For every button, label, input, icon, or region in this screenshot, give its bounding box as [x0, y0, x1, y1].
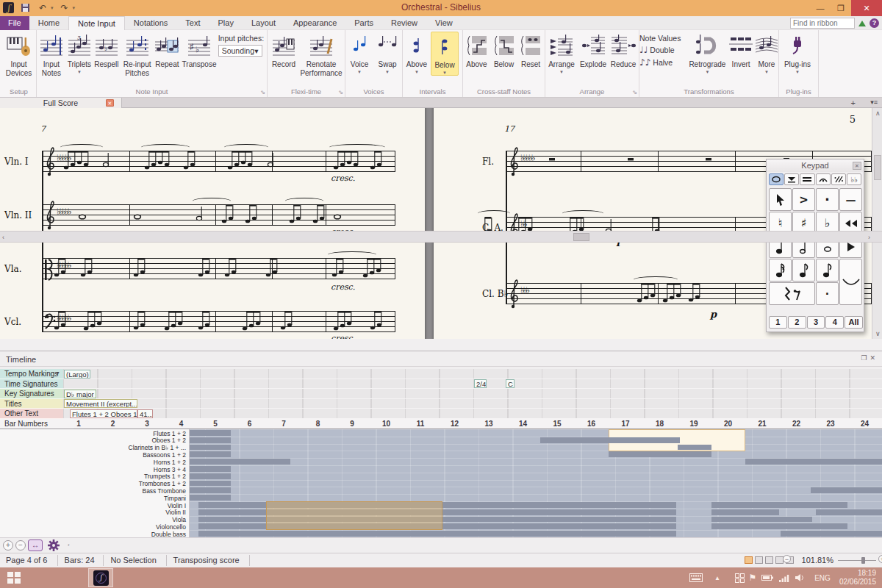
note-group[interactable] [362, 257, 389, 281]
timeline-instrument-violin-ii[interactable]: Violin II [165, 509, 186, 516]
ribbon-tab-appearance[interactable]: Appearance [284, 16, 345, 30]
note-group[interactable] [226, 150, 260, 173]
help-icon[interactable]: ? [870, 18, 879, 28]
timeline-bar[interactable] [190, 466, 231, 472]
keypad-eighth-note-key[interactable] [792, 259, 815, 282]
close-button[interactable]: ✕ [851, 0, 882, 16]
timeline-bar[interactable] [711, 517, 812, 523]
ribbon-tab-view[interactable]: View [426, 16, 462, 30]
dialog-launcher-icon[interactable]: ⇘ [260, 89, 265, 96]
zoom-slider[interactable] [838, 560, 876, 561]
ribbon-button-double[interactable]: ♩♩Double [639, 45, 688, 55]
note-group[interactable] [195, 204, 207, 227]
collapse-ribbon-icon[interactable] [858, 21, 866, 26]
timeline-bar[interactable] [190, 430, 231, 436]
timeline-bar[interactable] [190, 459, 290, 465]
action-center-icon[interactable] [734, 567, 745, 588]
ribbon-button-invert[interactable]: Invert [727, 32, 755, 69]
note-group[interactable] [132, 204, 144, 227]
note-group[interactable] [626, 150, 635, 173]
keypad-tab-accidental[interactable]: ♭♭ [847, 173, 861, 185]
touch-keyboard-icon[interactable] [686, 567, 706, 588]
timeline-bar[interactable] [190, 487, 231, 493]
ribbon-button-arrange[interactable]: Arrange▼ [545, 32, 578, 74]
timeline-bar[interactable] [190, 495, 231, 501]
timeline-bar[interactable] [190, 473, 231, 479]
timeline-bar[interactable] [811, 487, 882, 493]
note-group[interactable] [332, 310, 359, 334]
volume-icon[interactable] [794, 567, 807, 588]
ribbon-button-transpose[interactable]: ♯♭Transpose [180, 32, 218, 69]
timeline-scroll-left-icon[interactable]: ‹ [68, 542, 70, 548]
keypad-mouse-pointer-key[interactable] [769, 188, 792, 211]
note-group[interactable] [332, 204, 344, 227]
note-group[interactable] [79, 257, 100, 281]
ribbon-tab-notations[interactable]: Notations [125, 16, 176, 30]
note-group[interactable] [548, 150, 556, 173]
timeline-zoom-in-icon[interactable]: + [3, 540, 13, 551]
new-tab-icon[interactable]: + [851, 98, 856, 107]
ribbon-button-renotate-performance[interactable]: Renotate Performance [300, 32, 343, 77]
timeline-bar[interactable] [711, 523, 847, 529]
keypad-accent-key[interactable]: > [792, 188, 815, 211]
ribbon-tab-layout[interactable]: Layout [243, 16, 284, 30]
keypad-sixteenth-note-key[interactable] [769, 259, 792, 282]
keypad-tab-bars[interactable] [831, 173, 846, 185]
restore-button[interactable]: ❐ [831, 0, 851, 16]
ribbon-button-reset[interactable]: Reset [517, 32, 544, 69]
note-group[interactable] [369, 310, 390, 334]
start-button[interactable] [7, 572, 21, 584]
note-group[interactable] [241, 310, 268, 334]
ribbon-tab-parts[interactable]: Parts [345, 16, 382, 30]
keypad-tab-articulation[interactable] [784, 173, 799, 185]
scroll-left-icon[interactable]: ‹ [2, 234, 4, 241]
view-icon-3[interactable] [765, 556, 773, 564]
keypad-tab-common[interactable] [769, 173, 784, 185]
score-page-left[interactable]: 7Vln. I♭♭♭♭♭cresc.Vln. II♭♭♭♭♭cresc.Vla.… [0, 108, 425, 339]
keypad-title[interactable]: Keypad ✕ [767, 159, 864, 172]
timeline-instrument-viola[interactable]: Viola [172, 516, 186, 523]
timeline-row-label[interactable]: Time Signatures [0, 379, 63, 390]
ribbon-button-record[interactable]: Record [268, 32, 300, 69]
ribbon-button-more[interactable]: More▼ [755, 32, 778, 74]
ribbon-button-below[interactable]: Below▼ [431, 32, 459, 76]
ribbon-button-respell[interactable]: ♭Respell [93, 32, 121, 69]
scroll-down-icon[interactable]: ∨ [875, 330, 881, 337]
timeline-close-icon[interactable]: ✕ [870, 354, 878, 362]
timeline-event-chip[interactable]: Movement II (excerpt... [64, 399, 137, 408]
keypad-augmentation-dot-key[interactable]: · [816, 282, 839, 305]
timeline-float-icon[interactable]: ❐ [861, 354, 870, 362]
zoom-in-icon[interactable]: + [878, 555, 882, 563]
timeline-fit-width-icon[interactable]: ↔ [28, 539, 43, 551]
timeline-instrument-flutes-1-2[interactable]: Flutes 1 + 2 [153, 430, 186, 437]
keypad-rest-key[interactable] [769, 282, 815, 305]
language-indicator[interactable]: ENG [810, 567, 835, 588]
horizontal-scroll-thumb[interactable] [573, 233, 589, 241]
show-hidden-icons[interactable]: ▲ [711, 567, 723, 588]
keypad-tab-beam[interactable] [800, 173, 814, 185]
timeline-row-label[interactable]: Tempo Markings▼ [0, 369, 63, 379]
note-group[interactable] [636, 282, 663, 306]
ribbon-button-below[interactable]: Below [490, 32, 517, 69]
note-group[interactable] [53, 310, 74, 334]
keypad-close-icon[interactable]: ✕ [853, 162, 861, 170]
timeline-instrument-bass-trombone[interactable]: Bass Trombone [142, 487, 186, 495]
ribbon-tab-text[interactable]: Text [176, 16, 209, 30]
ribbon-button-retrograde[interactable]: Retrograde▼ [688, 32, 728, 74]
timeline-settings-icon[interactable] [47, 539, 60, 553]
keypad-voice-4[interactable]: 4 [825, 316, 844, 329]
timeline-event-chip[interactable]: 2/4 [474, 379, 487, 388]
horizontal-scrollbar[interactable]: ‹ › [0, 231, 882, 243]
note-group[interactable] [312, 204, 332, 227]
timeline-filter-dropdown-icon[interactable]: ▼ [55, 370, 60, 376]
zoom-out-icon[interactable]: − [783, 555, 791, 563]
input-pitches-dropdown[interactable]: Sounding▾ [218, 45, 262, 57]
dialog-launcher-icon[interactable]: ⇘ [632, 89, 637, 96]
timeline-bar[interactable] [711, 502, 847, 508]
timeline-event-chip[interactable]: 41... [137, 409, 153, 418]
find-in-ribbon-input[interactable] [790, 18, 855, 29]
score-view[interactable]: 7Vln. I♭♭♭♭♭cresc.Vln. II♭♭♭♭♭cresc.Vla.… [0, 108, 882, 339]
note-group[interactable] [265, 257, 285, 281]
keypad-voice-all[interactable]: All [845, 316, 863, 329]
note-group[interactable] [279, 310, 300, 334]
